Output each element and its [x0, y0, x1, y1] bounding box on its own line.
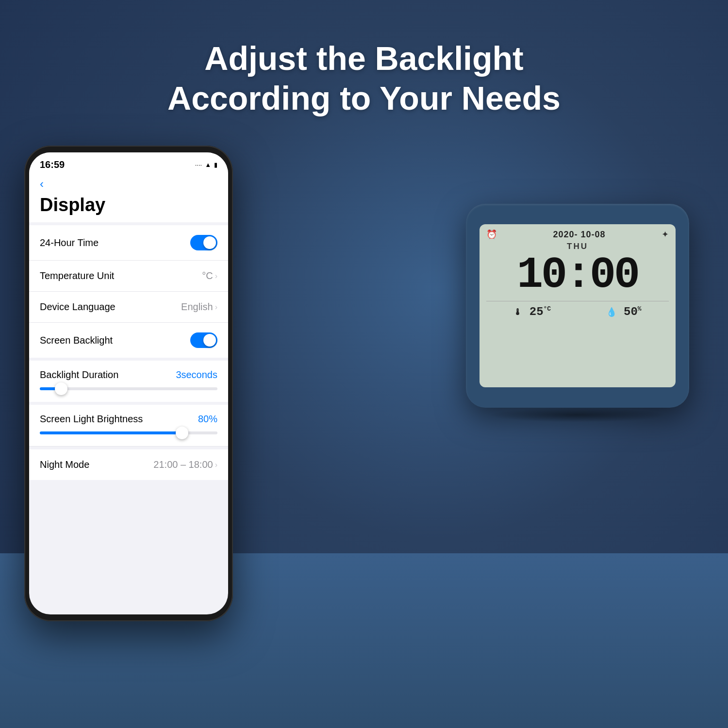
brightness-track[interactable] [40, 431, 217, 434]
backlight-duration-value: 3seconds [176, 369, 217, 381]
backlight-duration-track[interactable] [40, 387, 217, 390]
brightness-thumb[interactable] [176, 427, 188, 439]
brightness-label: Screen Light Brightness [40, 414, 143, 425]
clock-day: THU [486, 242, 669, 251]
chevron-icon-lang: › [215, 303, 217, 312]
backlight-duration-thumb[interactable] [55, 382, 67, 395]
setting-label-temp-unit: Temperature Unit [40, 270, 114, 281]
setting-label-device-lang: Device Language [40, 301, 116, 313]
phone: 16:59 ···· ▲ ▮ ‹ Display 24-Hour Time [24, 146, 233, 621]
clock-device: ⏰ 2020- 10-08 ✦ THU 10:00 🌡 25°C 💧 50% [466, 204, 689, 408]
screen-title: Display [40, 195, 217, 215]
clock-alarm-icon: ⏰ [486, 229, 497, 240]
setting-value-device-lang: English › [181, 301, 217, 313]
setting-row-night-mode[interactable]: Night Mode 21:00 – 18:00 › [29, 449, 228, 480]
setting-value-night-mode: 21:00 – 18:00 › [153, 459, 217, 470]
clock-humidity-icon: 💧 [606, 308, 617, 317]
status-icons: ···· ▲ ▮ [195, 161, 217, 168]
headline: Adjust the Backlight According to Your N… [0, 39, 728, 118]
chevron-icon: › [215, 272, 217, 281]
status-time: 16:59 [40, 159, 65, 170]
clock-time: 10:00 [486, 253, 669, 297]
clock-temp-icon: 🌡 [513, 308, 522, 317]
toggle-knob-24hour [203, 236, 216, 249]
setting-label-night-mode: Night Mode [40, 459, 89, 470]
brightness-section: Screen Light Brightness 80% [29, 405, 228, 447]
nav-bar: ‹ Display [29, 174, 228, 222]
brightness-value: 80% [198, 414, 217, 425]
brightness-fill [40, 431, 182, 434]
clock-shadow [488, 408, 667, 422]
clock-date: 2020- 10-08 [553, 230, 605, 240]
clock-screen: ⏰ 2020- 10-08 ✦ THU 10:00 🌡 25°C 💧 50% [480, 224, 676, 387]
phone-body: 16:59 ···· ▲ ▮ ‹ Display 24-Hour Time [24, 146, 233, 621]
clock-humidity: 💧 50% [606, 305, 642, 318]
backlight-duration-label: Backlight Duration [40, 369, 118, 381]
setting-label-24hour: 24-Hour Time [40, 237, 99, 248]
clock-temperature: 🌡 25°C [513, 305, 551, 318]
signal-icon: ···· [195, 161, 202, 168]
toggle-knob-backlight [203, 334, 216, 347]
setting-row-screen-backlight: Screen Backlight [29, 323, 228, 358]
status-bar: 16:59 ···· ▲ ▮ [29, 152, 228, 174]
setting-label-screen-backlight: Screen Backlight [40, 335, 113, 346]
clock-top-bar: ⏰ 2020- 10-08 ✦ [486, 229, 669, 240]
toggle-screen-backlight[interactable] [190, 332, 217, 348]
phone-screen: 16:59 ···· ▲ ▮ ‹ Display 24-Hour Time [29, 152, 228, 614]
clock-bottom-bar: 🌡 25°C 💧 50% [486, 301, 669, 318]
brightness-header: Screen Light Brightness 80% [40, 414, 217, 425]
back-button[interactable]: ‹ [40, 177, 217, 191]
chevron-icon-night: › [215, 461, 217, 469]
clock-body: ⏰ 2020- 10-08 ✦ THU 10:00 🌡 25°C 💧 50% [466, 204, 689, 408]
setting-row-temp-unit[interactable]: Temperature Unit °C › [29, 261, 228, 292]
backlight-duration-header: Backlight Duration 3seconds [40, 369, 217, 381]
setting-row-24hour: 24-Hour Time [29, 225, 228, 261]
wifi-icon: ▲ [205, 161, 211, 168]
setting-value-temp-unit: °C › [202, 270, 217, 281]
settings-list: 24-Hour Time Temperature Unit °C › Devic… [29, 225, 228, 358]
bluetooth-icon: ✦ [662, 229, 669, 240]
backlight-duration-section: Backlight Duration 3seconds [29, 361, 228, 402]
toggle-24hour[interactable] [190, 235, 217, 250]
headline-line2: According to Your Needs [0, 79, 728, 118]
setting-row-device-lang[interactable]: Device Language English › [29, 292, 228, 323]
headline-line1: Adjust the Backlight [0, 39, 728, 79]
battery-icon: ▮ [214, 161, 217, 168]
